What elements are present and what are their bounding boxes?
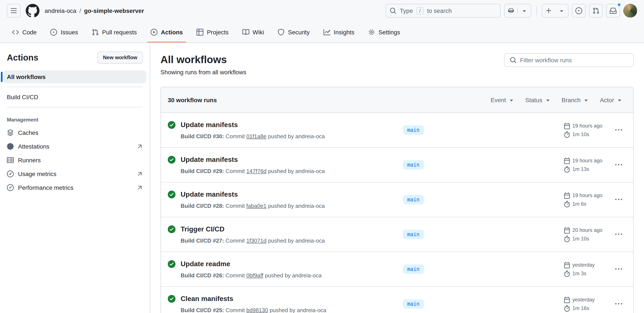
tab-pull-requests[interactable]: Pull requests xyxy=(88,22,140,43)
breadcrumb-repo-link[interactable]: go-simple-webserver xyxy=(84,7,144,14)
commit-link[interactable]: bd98130 xyxy=(246,307,268,313)
verified-icon xyxy=(7,143,14,150)
commit-link[interactable]: 1f3071d xyxy=(246,237,266,244)
issues-header-button[interactable] xyxy=(572,4,586,18)
run-title-link[interactable]: Update readme xyxy=(181,259,230,269)
branch-filter-button[interactable]: Branch xyxy=(558,95,593,105)
triangle-down-icon xyxy=(583,96,590,103)
meter-icon xyxy=(7,170,14,177)
actor-filter-button[interactable]: Actor xyxy=(596,95,626,105)
run-meta-text: pushed by andreia-oca xyxy=(268,133,325,140)
run-options-kebab-button[interactable] xyxy=(611,123,626,137)
run-summary: Update readme Build CI/CD #26: Commit 0b… xyxy=(168,259,403,279)
commit-link[interactable]: 01f1a8e xyxy=(246,133,266,140)
tab-code[interactable]: Code xyxy=(8,22,40,43)
search-icon xyxy=(510,57,516,64)
run-time-cell: 19 hours ago 1m 10s xyxy=(564,123,611,138)
run-meta-text: Commit xyxy=(226,168,245,174)
copilot-icon[interactable] xyxy=(504,4,518,17)
workflow-run-row[interactable]: Trigger CI/CD Build CI/CD #27: Commit 1f… xyxy=(161,217,633,252)
sidebar-item-caches[interactable]: Caches xyxy=(4,126,146,139)
global-search-input[interactable]: Type / to search xyxy=(386,4,501,18)
sidebar-item-build-cicd[interactable]: Build CI/CD xyxy=(4,91,146,104)
branch-badge[interactable]: main xyxy=(403,160,424,170)
kebab-horizontal-icon xyxy=(615,231,622,238)
tab-insights[interactable]: Insights xyxy=(320,22,358,43)
sidebar-item-all-workflows[interactable]: All workflows xyxy=(4,70,146,83)
event-filter-button[interactable]: Event xyxy=(487,95,518,105)
sidebar-item-usage-metrics[interactable]: Usage metrics xyxy=(4,167,146,180)
commit-link[interactable]: 0bf9aff xyxy=(246,272,263,279)
run-started-time: 20 hours ago xyxy=(564,227,611,233)
run-workflow-number: Build CI/CD #29: xyxy=(181,168,224,174)
run-time-cell: yesterday 1m 16s xyxy=(564,296,611,311)
run-duration: 1m 16s xyxy=(564,305,611,311)
pull-requests-header-button[interactable] xyxy=(589,4,603,18)
run-title-link[interactable]: Update manifests xyxy=(181,155,238,165)
run-options-kebab-button[interactable] xyxy=(611,193,626,206)
tab-actions[interactable]: Actions xyxy=(147,22,186,43)
tab-projects[interactable]: Projects xyxy=(193,22,232,43)
git-pull-request-icon xyxy=(592,7,600,14)
run-duration: 1m 3s xyxy=(564,270,611,277)
create-new-dropdown-caret[interactable] xyxy=(555,4,568,17)
run-branch-cell: main xyxy=(403,264,564,274)
github-logo[interactable] xyxy=(26,4,40,18)
run-time-cell: 20 hours ago 1m 10s xyxy=(564,227,611,242)
workflow-run-row[interactable]: Update manifests Build CI/CD #30: Commit… xyxy=(161,113,633,147)
table-icon xyxy=(196,29,203,36)
run-title-link[interactable]: Update manifests xyxy=(181,120,238,130)
branch-badge[interactable]: main xyxy=(403,195,424,204)
create-new-button[interactable] xyxy=(542,4,568,18)
branch-badge[interactable]: main xyxy=(403,230,424,239)
run-title-link[interactable]: Clean manifests xyxy=(181,294,233,304)
run-options-kebab-button[interactable] xyxy=(611,158,626,172)
run-branch-cell: main xyxy=(403,125,564,135)
workflow-run-row[interactable]: Update readme Build CI/CD #26: Commit 0b… xyxy=(161,252,633,286)
branch-badge[interactable]: main xyxy=(403,299,424,309)
run-options-kebab-button[interactable] xyxy=(611,262,626,276)
page-body: Actions New workflow All workflows Build… xyxy=(0,43,644,313)
tab-security[interactable]: Security xyxy=(274,22,313,43)
workflow-run-row[interactable]: Update manifests Build CI/CD #28: Commit… xyxy=(161,182,633,217)
run-meta-text: pushed by andreia-oca xyxy=(268,168,325,174)
branch-badge[interactable]: main xyxy=(403,264,424,274)
filter-workflow-runs-input[interactable] xyxy=(520,57,628,64)
commit-link[interactable]: 147f76d xyxy=(246,168,266,174)
run-workflow-number: Build CI/CD #25: xyxy=(181,307,224,313)
sidebar-section-management: Management xyxy=(0,111,150,125)
actions-sidebar: Actions New workflow All workflows Build… xyxy=(0,43,150,313)
breadcrumb-owner-link[interactable]: andreia-oca xyxy=(44,7,76,14)
workflow-run-row[interactable]: Update manifests Build CI/CD #29: Commit… xyxy=(161,147,633,182)
run-meta: Build CI/CD #30: Commit 01f1a8e pushed b… xyxy=(181,133,325,140)
calendar-icon xyxy=(564,192,570,199)
avatar[interactable] xyxy=(624,4,637,18)
tab-issues[interactable]: Issues xyxy=(47,22,82,43)
sidebar-item-runners[interactable]: Runners xyxy=(4,154,146,167)
run-options-kebab-button[interactable] xyxy=(611,297,626,311)
run-options-kebab-button[interactable] xyxy=(611,228,626,241)
filter-workflow-runs-box xyxy=(504,53,634,67)
sidebar-item-attestations[interactable]: Attestations xyxy=(4,140,146,153)
run-title-link[interactable]: Update manifests xyxy=(181,189,238,200)
branch-badge[interactable]: main xyxy=(403,125,424,135)
run-summary: Trigger CI/CD Build CI/CD #27: Commit 1f… xyxy=(168,224,403,245)
new-workflow-button[interactable]: New workflow xyxy=(98,52,143,64)
run-title-link[interactable]: Trigger CI/CD xyxy=(181,224,224,234)
inbox-button[interactable] xyxy=(606,4,620,18)
hamburger-menu-button[interactable] xyxy=(7,4,20,18)
run-text: Trigger CI/CD Build CI/CD #27: Commit 1f… xyxy=(181,224,325,245)
repo-nav: Code Issues Pull requests Actions Projec… xyxy=(0,22,644,43)
commit-link[interactable]: faba0e1 xyxy=(246,203,266,209)
run-duration: 1m 10s xyxy=(564,131,611,138)
triangle-down-icon xyxy=(544,96,551,103)
status-filter-button[interactable]: Status xyxy=(522,95,555,105)
plus-icon[interactable] xyxy=(542,4,555,17)
workflow-run-row[interactable]: Clean manifests Build CI/CD #25: Commit … xyxy=(161,286,633,313)
copilot-button[interactable] xyxy=(504,4,531,18)
run-summary: Update manifests Build CI/CD #30: Commit… xyxy=(168,120,403,140)
sidebar-item-performance-metrics[interactable]: Performance metrics xyxy=(4,181,146,194)
tab-settings[interactable]: Settings xyxy=(365,22,404,43)
tab-wiki[interactable]: Wiki xyxy=(239,22,268,43)
copilot-dropdown-caret[interactable] xyxy=(518,4,531,17)
